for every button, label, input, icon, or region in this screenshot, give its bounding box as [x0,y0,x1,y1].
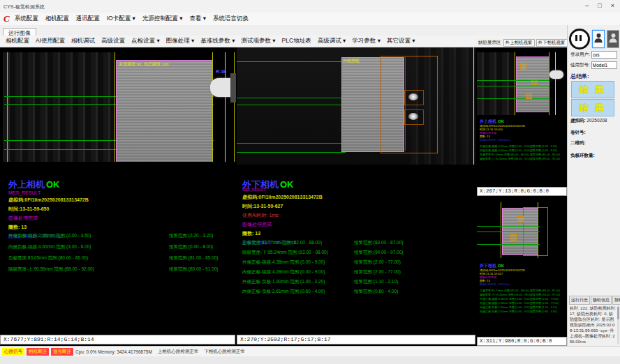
menu-item-camera-config[interactable]: 相机配置 [45,15,69,23]
r-value-overlay: R:46 [216,69,226,74]
time-text: 时间:13-31-59-650 [8,206,232,213]
laser-disconnect-badge: 激光断连 [51,348,73,356]
upper-camera-result-text: 外上相机OK MES_RESULT 虚拟码:0FI1Iim20250208133… [8,180,232,240]
alarm-range-text: 报警范围:(2.00 - 77.00) [354,269,401,279]
defect-box [510,234,517,241]
baseline [237,143,346,144]
upper-heartbeat-text: 上相机心跳检测正常 [158,349,199,355]
log-scrollbar[interactable] [617,305,619,344]
toolbar-plc-address[interactable]: PLC地址表 [282,37,311,45]
field-label: 虚拟码: [570,118,586,123]
alarm-range-text: 报警范围:(0.00 - 8.00) [169,244,213,255]
minimize-icon[interactable]: – [585,2,589,10]
upper-camera-thumbnail[interactable]: 外上相机OK 虚拟码:0FI1Iim2025020813313472B 时间:1… [477,52,567,196]
field-label: 二维码: [570,140,586,145]
log-tab-run[interactable]: 运行日志 [569,296,590,305]
heartbeat-badge: 心跳信号 [2,348,24,356]
defect-display-label: 缺陷显示区 [478,40,501,46]
defect-box [520,63,526,70]
operator-icon[interactable] [607,30,619,48]
toolbar-test-params[interactable]: 测试项参数 ▾ [241,37,275,45]
menubar: C 系统配置 相机配置 通讯配置 IO卡配置 ▾ 光源控制配置 ▾ 查看 ▾ 系… [0,13,620,25]
alarm-range-text: 报警范围:(81.00 - 85.00) [169,255,218,266]
menu-item-system-config[interactable]: 系统配置 [15,15,38,23]
defect-box [517,216,524,222]
thumb-tab-lower-camera[interactable]: 外下相机视窗 [536,39,568,47]
window-title: CYS-视觉检测系统 [3,3,45,10]
toolbar-baseline-params[interactable]: 基准线参数 ▾ [200,37,235,45]
toolbar-camera-config[interactable]: 相机配置 [6,37,29,45]
measurement-text: 外侧正极-隔膜:4.38mm 范围:(0.00 - 9.00) [242,259,354,269]
thumbnail-result-text: 外上相机OK 虚拟码:0FI1Iim2025020813313472B 时间:1… [480,119,565,161]
field-label: 卷针号: [570,130,586,135]
menu-item-comm-config[interactable]: 通讯配置 [76,15,100,23]
menu-item-io-config[interactable]: IO卡配置 ▾ [107,15,135,23]
toolbar-learning-params[interactable]: 学习参数 ▾ [352,37,381,45]
toolbar-ai-config[interactable]: AI使用配置 [36,37,65,45]
tabstrip: 运行图像 [0,25,620,36]
threshold-overlay: 灰度阈值:93, 动态阈值:100 [119,61,168,68]
thumb-tab-upper-camera[interactable]: 外上相机视窗 [503,39,535,47]
camera-name: 外上相机 [480,119,496,123]
toolbar-image-processing[interactable]: 图像处理 ▾ [166,37,195,45]
edge-line [212,52,213,162]
edge-line [7,52,8,162]
measurement-row: 内侧正极-隔膜:4.28mm 范围:(0.00 - 9.00)报警范围:(2.0… [242,269,403,279]
edge-line [237,61,341,62]
status-badge: OK [280,179,294,190]
weld-spot [408,93,418,100]
toolbar-other-settings[interactable]: 其它设置 ▾ [387,37,415,45]
menu-item-light-config[interactable]: 光源控制配置 ▾ [142,15,183,23]
status-badge: OK [498,119,504,123]
camera-name: 外下相机 [480,264,496,268]
close-icon[interactable]: × [611,2,614,10]
lower-camera-coordinates: X:270;Y:2502;R:17;G:17;B:17 [237,335,475,344]
measurement-row: 隔膜宽度-下:95.24mm 范围:(93.00 - 98.00)报警范围:(9… [242,250,403,259]
toolbar-camera-debug[interactable]: 相机调试 [71,37,95,45]
virtual-code-field: 虚拟码: 20250208 [570,118,607,124]
time-text: 时间:13-31-59-627 [242,203,466,210]
lower-camera-thumbnail[interactable]: 外下相机OK 虚拟码:0FI1Iim2025020813313472B 时间:1… [477,202,567,346]
edge-line [115,52,115,162]
main-view: 灰度阈值:93, 动态阈值:100 R:46 外上相机OK MES_RESULT… [0,47,567,346]
login-user-row: 登录用户: [570,51,617,59]
baseline [237,105,350,105]
baseline [477,226,540,227]
measurement-text: 正极宽度:83.77mm 范围:(82.00 - 88.00) [242,240,354,250]
alarm-range-text: 报警范围:(2.00 - 77.00) [354,259,401,269]
lower-camera-image[interactable]: AI检测框 [237,47,475,165]
measurement-text: 外侧正极-负极:1.90mm 范围:(1.00 - 2.20) [242,279,354,289]
log-tab-group-info[interactable]: 极组信息 [591,296,612,305]
login-user-input[interactable] [591,51,617,59]
weld-spot [408,113,418,120]
qrcode-field: 二维码: [570,140,586,146]
lower-camera-panel: AI检测框 外下相机OK MES_RESULT 虚拟码:0FI1Iim20250… [237,47,475,346]
ai-time-text: 使用AI耗时: 1ms [242,212,466,219]
upper-camera-coordinates: X:7677;Y:891;R:14;G:14;B:14 [0,335,235,344]
defect-box [526,93,532,99]
defect-box [531,79,538,85]
baseline [477,232,540,232]
baseline [477,80,549,81]
turns-text: 圈数: 13 [8,224,232,231]
measurement-row: 内侧正极-负极:2.61mm 范围:(0.60 - 4.00)报警范围:(0.6… [480,310,565,314]
toolbar-advanced-debug[interactable]: 高级调试 ▾ [318,37,346,45]
maximize-icon[interactable]: □ [598,2,601,10]
measurement-text: 负极宽度:83.05mm 范围:(80.00 - 86.00) [8,255,169,266]
upper-camera-image[interactable]: 灰度阈值:93, 动态阈值:100 R:46 [3,52,236,162]
pause-icon[interactable] [569,29,590,50]
model-input[interactable] [591,61,617,69]
user-login-icon[interactable] [592,30,605,48]
mes-result-label: MES_RESULT [8,191,232,195]
alarm-range-text: 报警范围:(89.00 - 91.00) [530,157,560,161]
model-label: 使用型号: [570,62,590,68]
log-tab-errors[interactable]: 报错信息 [612,296,620,305]
menu-item-language[interactable]: 系统语言切换 [213,15,249,23]
menu-item-view[interactable]: 查看 ▾ [189,15,206,23]
toolbar-spotcheck-settings[interactable]: 点检设置 ▾ [131,37,160,45]
toolbar-advanced-settings[interactable]: 高级设置 [101,37,125,45]
measurement-row: 负极宽度:83.05mm 范围:(80.00 - 86.00)报警范围:(81.… [8,255,218,266]
measurement-row: 外侧正极-隔膜:4.38mm 范围:(0.00 - 9.00)报警范围:(2.0… [242,259,403,269]
tape-nozzle [549,70,563,79]
lower-camera-measurements: 正极宽度:83.77mm 范围:(82.00 - 88.00)报警范围:(83.… [242,240,403,298]
